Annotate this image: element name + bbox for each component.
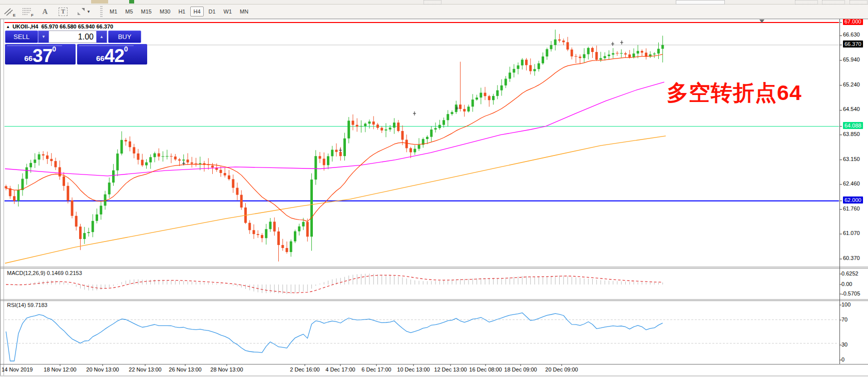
candle-body bbox=[505, 78, 507, 85]
rsi-line bbox=[6, 313, 663, 361]
volume-input[interactable] bbox=[49, 30, 96, 43]
candle-body bbox=[319, 156, 321, 158]
time-axis-label[interactable]: 18 Nov 12:00 bbox=[44, 366, 76, 372]
candle-body bbox=[480, 92, 482, 98]
sell-price-int: 66 bbox=[24, 54, 33, 62]
candle-body bbox=[5, 186, 8, 188]
candle-body bbox=[368, 122, 371, 124]
candle-body bbox=[133, 147, 135, 154]
time-axis-label[interactable]: 12 Dec 13:00 bbox=[434, 366, 467, 372]
candle-body bbox=[257, 234, 259, 235]
price-axis-label: 62.460 bbox=[843, 180, 860, 186]
volume-increase-button[interactable]: ▲ bbox=[96, 30, 107, 43]
candle-body bbox=[550, 45, 553, 49]
candle-body bbox=[92, 221, 94, 232]
time-axis-label[interactable]: 18 Dec 09:00 bbox=[504, 366, 537, 372]
candle-body bbox=[100, 206, 102, 214]
buy-button[interactable]: BUY bbox=[108, 30, 141, 43]
candle-body bbox=[343, 138, 346, 156]
candle-body bbox=[277, 232, 280, 245]
toolbar-grip[interactable] bbox=[100, 6, 103, 17]
candle-body bbox=[418, 145, 420, 149]
candle-body bbox=[96, 214, 98, 221]
candle-body bbox=[542, 56, 544, 64]
cropped-toolbar-fragment bbox=[822, 0, 845, 4]
cropped-toolbar-fragment bbox=[795, 0, 818, 4]
timeframe-button-h1[interactable]: H1 bbox=[175, 6, 188, 16]
candle-body bbox=[112, 170, 115, 182]
volume-decrease-button[interactable]: ▼ bbox=[38, 30, 49, 43]
macd-axis-label: 0.6252 bbox=[841, 270, 858, 276]
candle-body bbox=[211, 166, 214, 168]
sell-price-display[interactable]: 66370 bbox=[5, 44, 76, 64]
time-axis-label[interactable]: 20 Nov 13:00 bbox=[86, 366, 119, 372]
time-axis-label[interactable]: 14 Nov 2019 bbox=[2, 366, 33, 372]
candle-body bbox=[534, 69, 536, 71]
price-axis-label: 67.000 bbox=[843, 18, 863, 25]
timeframe-button-d1[interactable]: D1 bbox=[206, 6, 219, 16]
label-icon[interactable]: T bbox=[55, 5, 71, 18]
price-axis-label: 65.940 bbox=[843, 56, 860, 62]
candle-body bbox=[459, 104, 462, 109]
candle-body bbox=[34, 160, 36, 163]
timeframe-button-m15[interactable]: M15 bbox=[138, 6, 155, 16]
candle-body bbox=[443, 120, 445, 124]
macd-indicator-label: MACD(12,26,9) 0.1469 0.2153 bbox=[7, 270, 82, 276]
candle-body bbox=[389, 128, 391, 130]
time-axis-label[interactable]: 28 Nov 13:00 bbox=[210, 366, 243, 372]
timeframe-button-m1[interactable]: M1 bbox=[107, 6, 120, 16]
candle-body bbox=[517, 66, 520, 69]
price-axis-label: 66.370 bbox=[843, 40, 863, 48]
time-axis-label[interactable]: 6 Dec 17:00 bbox=[361, 366, 391, 372]
candle-body bbox=[624, 54, 627, 54]
fibonacci-icon[interactable]: F bbox=[19, 5, 35, 18]
candle-body bbox=[42, 154, 45, 156]
window-top-strip bbox=[0, 0, 868, 4]
one-click-trading-panel: SELL ▼ ▲ BUY 66370 66420 bbox=[5, 30, 147, 64]
candle-body bbox=[439, 125, 441, 128]
candle-body bbox=[451, 112, 454, 114]
candle-body bbox=[88, 232, 90, 233]
time-axis-label[interactable]: 26 Nov 13:00 bbox=[169, 366, 201, 372]
buy-price-int: 66 bbox=[96, 54, 105, 62]
cropped-toolbar-fragment bbox=[129, 0, 134, 4]
arrows-icon[interactable]: ▼ bbox=[73, 5, 94, 18]
rsi-axis-label: 30 bbox=[841, 342, 847, 348]
time-axis-label[interactable]: 4 Dec 17:00 bbox=[325, 366, 355, 372]
candle-body bbox=[281, 245, 284, 248]
candle-body bbox=[571, 50, 573, 56]
timeframe-button-m30[interactable]: M30 bbox=[157, 6, 173, 16]
macd-axis-label: 0.00 bbox=[841, 281, 852, 287]
candle-body bbox=[17, 190, 20, 201]
candle-body bbox=[50, 159, 53, 161]
sell-button[interactable]: SELL bbox=[5, 30, 38, 43]
timeframe-button-m5[interactable]: M5 bbox=[122, 6, 136, 16]
icon-subscript: E bbox=[13, 13, 16, 18]
candle-body bbox=[236, 188, 239, 195]
candle-body bbox=[492, 96, 495, 100]
candle-body bbox=[125, 140, 127, 142]
candle-body bbox=[509, 72, 511, 78]
candle-body bbox=[121, 140, 123, 154]
candle-body bbox=[612, 53, 614, 54]
candle-body bbox=[290, 242, 292, 252]
candle-body bbox=[182, 160, 185, 160]
text-icon[interactable]: A bbox=[37, 5, 53, 18]
candle-body bbox=[641, 51, 643, 52]
time-axis-label[interactable]: 20 Dec 09:00 bbox=[545, 366, 578, 372]
time-axis-label[interactable]: 2 Dec 16:00 bbox=[290, 366, 319, 372]
price-axis-label: 65.240 bbox=[843, 82, 860, 88]
equidistant-channel-icon[interactable]: E bbox=[1, 5, 17, 18]
candle-body bbox=[310, 180, 313, 236]
candle-body bbox=[657, 49, 660, 54]
buy-price-display[interactable]: 66420 bbox=[77, 44, 148, 64]
candle-body bbox=[409, 148, 412, 152]
candle-body bbox=[484, 92, 487, 96]
timeframe-button-w1[interactable]: W1 bbox=[221, 6, 235, 16]
time-axis-label[interactable]: 10 Dec 13:00 bbox=[397, 366, 429, 372]
time-axis-label[interactable]: 16 Dec 08:00 bbox=[469, 366, 502, 372]
collapse-panel-icon[interactable]: ▲ bbox=[6, 24, 10, 29]
time-axis-label[interactable]: 22 Nov 13:00 bbox=[129, 366, 161, 372]
timeframe-button-mn[interactable]: MN bbox=[237, 6, 251, 16]
timeframe-button-h4[interactable]: H4 bbox=[190, 6, 203, 16]
